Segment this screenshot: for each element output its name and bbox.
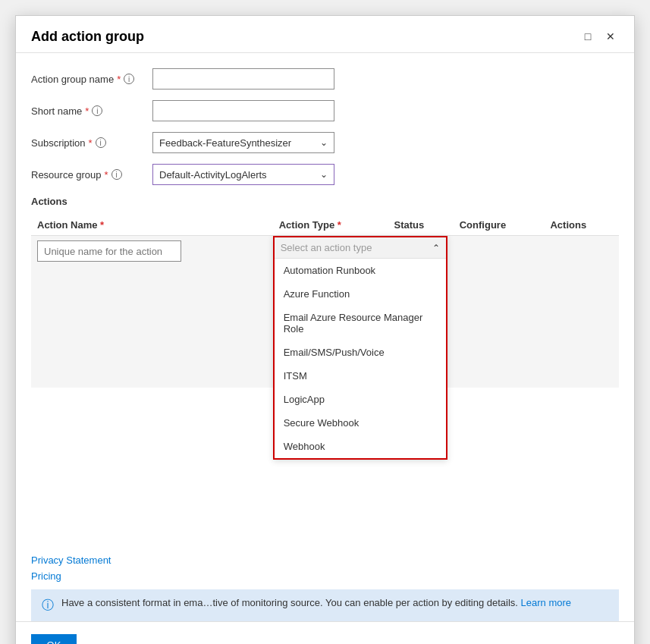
privacy-statement-link[interactable]: Privacy Statement — [31, 554, 619, 566]
add-action-group-dialog: Add action group □ ✕ Action group name *… — [15, 15, 635, 644]
resource-group-info-icon[interactable]: i — [111, 169, 122, 180]
col-action-type: Action Type * — [273, 215, 388, 236]
subscription-value: Feedback-FeatureSynthesizer — [159, 137, 291, 149]
short-name-row: Short name * i — [31, 100, 619, 121]
dialog-title: Add action group — [31, 29, 144, 45]
resource-group-row: Resource group * i Default-ActivityLogAl… — [31, 164, 619, 185]
actions-table: Action Name * Action Type * Status Confi… — [31, 215, 619, 388]
required-star-short: * — [85, 105, 89, 117]
resource-group-label: Resource group * i — [31, 169, 152, 181]
ok-button[interactable]: OK — [31, 634, 77, 645]
list-item[interactable]: ITSM — [275, 364, 446, 388]
action-type-trigger[interactable]: Select an action type ⌃ — [275, 237, 446, 259]
list-item[interactable]: Automation Runbook — [275, 259, 446, 282]
col-configure: Configure — [454, 215, 545, 236]
info-banner: ⓘ Have a consistent format in ema…tive o… — [31, 589, 619, 621]
subscription-chevron-icon: ⌄ — [320, 137, 328, 148]
required-star-rg: * — [105, 169, 108, 181]
col-actions: Actions — [544, 215, 619, 236]
info-banner-text: Have a consistent format in ema…tive of … — [61, 597, 571, 608]
list-item[interactable]: Secure Webhook — [275, 411, 446, 435]
short-name-input[interactable] — [152, 100, 334, 121]
list-item[interactable]: Webhook — [275, 435, 446, 458]
actions-cell — [544, 236, 619, 388]
pricing-link[interactable]: Pricing — [31, 570, 619, 582]
action-type-chevron-up-icon: ⌃ — [432, 243, 440, 253]
links-section: Privacy Statement Pricing — [31, 554, 619, 582]
subscription-label: Subscription * i — [31, 137, 152, 149]
action-group-name-info-icon[interactable]: i — [124, 74, 134, 84]
resource-group-chevron-icon: ⌄ — [320, 169, 328, 180]
action-name-cell — [31, 236, 273, 388]
col-status: Status — [388, 215, 454, 236]
list-item[interactable]: Email/SMS/Push/Voice — [275, 341, 446, 364]
resource-group-value: Default-ActivityLogAlerts — [159, 169, 267, 181]
action-type-list: Automation Runbook Azure Function Email … — [275, 259, 446, 458]
list-item[interactable]: Azure Function — [275, 282, 446, 306]
learn-more-link[interactable]: Learn more — [521, 597, 571, 608]
minimize-button[interactable]: □ — [579, 28, 596, 45]
list-item[interactable]: Email Azure Resource Manager Role — [275, 306, 446, 341]
configure-cell — [454, 236, 545, 388]
dialog-controls: □ ✕ — [579, 28, 619, 45]
action-group-name-label: Action group name * i — [31, 74, 152, 85]
dialog-header: Add action group □ ✕ — [16, 16, 634, 53]
close-button[interactable]: ✕ — [602, 28, 619, 45]
action-name-input[interactable] — [37, 240, 181, 262]
dialog-body: Action group name * i Short name * i Sub… — [16, 53, 634, 621]
required-star: * — [117, 74, 121, 85]
subscription-row: Subscription * i Feedback-FeatureSynthes… — [31, 132, 619, 153]
action-type-dropdown-open: Select an action type ⌃ Automation Runbo… — [273, 236, 447, 460]
table-row: Select an action type ⌃ Automation Runbo… — [31, 236, 619, 388]
action-type-placeholder: Select an action type — [281, 242, 372, 253]
action-group-name-row: Action group name * i — [31, 68, 619, 90]
subscription-info-icon[interactable]: i — [96, 137, 106, 148]
required-star-sub: * — [89, 137, 93, 149]
short-name-info-icon[interactable]: i — [92, 105, 102, 116]
col-action-name: Action Name * — [31, 215, 273, 236]
info-banner-icon: ⓘ — [42, 598, 54, 614]
dialog-footer: OK — [16, 621, 634, 645]
actions-section-label: Actions — [31, 196, 619, 207]
action-group-name-input[interactable] — [152, 68, 334, 90]
short-name-label: Short name * i — [31, 105, 152, 117]
resource-group-dropdown[interactable]: Default-ActivityLogAlerts ⌄ — [152, 164, 334, 185]
list-item[interactable]: LogicApp — [275, 388, 446, 411]
subscription-dropdown[interactable]: Feedback-FeatureSynthesizer ⌄ — [152, 132, 334, 153]
action-type-cell: Select an action type ⌃ Automation Runbo… — [273, 236, 388, 388]
